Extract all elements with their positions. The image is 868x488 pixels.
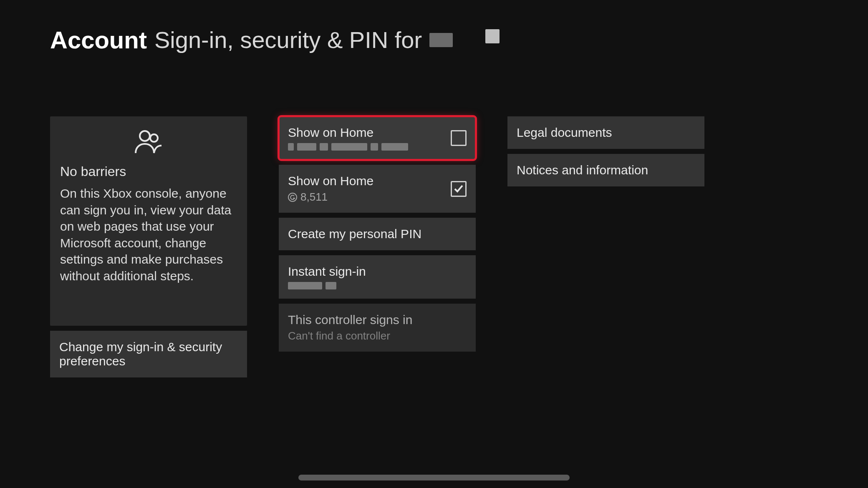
page-header: Account Sign-in, security & PIN for <box>50 26 818 54</box>
legal-documents-button[interactable]: Legal documents <box>507 116 704 149</box>
instant-signin-button[interactable]: Instant sign-in <box>279 255 476 299</box>
controller-signin-button: This controller signs in Can't find a co… <box>279 304 476 352</box>
checkbox-unchecked[interactable] <box>451 130 467 146</box>
redacted-gamertag <box>429 33 453 47</box>
checkbox-checked[interactable] <box>451 181 467 197</box>
redacted-email <box>288 143 451 151</box>
create-pin-button[interactable]: Create my personal PIN <box>279 218 476 250</box>
gamerscore-value: 8,511 <box>300 191 328 204</box>
people-icon <box>133 129 164 155</box>
info-panel: No barriers On this Xbox console, anyone… <box>50 116 247 326</box>
gamerscore-icon <box>288 193 297 202</box>
show-on-home-gamerscore-toggle[interactable]: Show on Home 8,511 <box>279 165 476 213</box>
header-title: Sign-in, security & PIN for <box>154 26 422 53</box>
svg-point-1 <box>150 134 158 142</box>
header-category: Account <box>50 26 147 54</box>
change-signin-prefs-button[interactable]: Change my sign-in & security preferences <box>50 331 247 377</box>
info-title: No barriers <box>60 164 237 179</box>
bottom-indicator <box>298 475 570 480</box>
redacted-subtitle <box>288 282 467 289</box>
redacted-avatar <box>485 29 500 43</box>
svg-point-0 <box>140 131 150 141</box>
svg-point-2 <box>288 193 297 201</box>
show-on-home-email-toggle[interactable]: Show on Home <box>279 116 476 160</box>
info-description: On this Xbox console, anyone can sign yo… <box>60 185 237 284</box>
notices-button[interactable]: Notices and information <box>507 154 704 186</box>
